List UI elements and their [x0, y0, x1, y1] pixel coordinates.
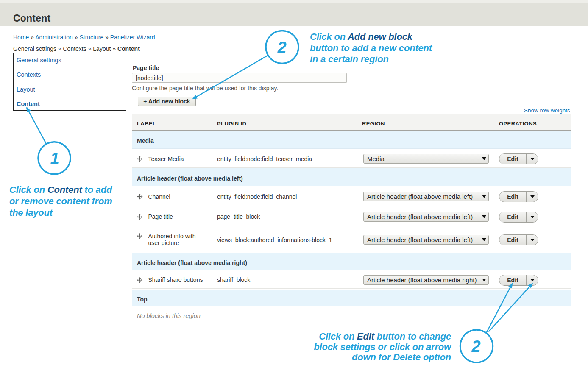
svg-text:2: 2	[471, 337, 480, 355]
svg-text:1: 1	[50, 150, 59, 167]
